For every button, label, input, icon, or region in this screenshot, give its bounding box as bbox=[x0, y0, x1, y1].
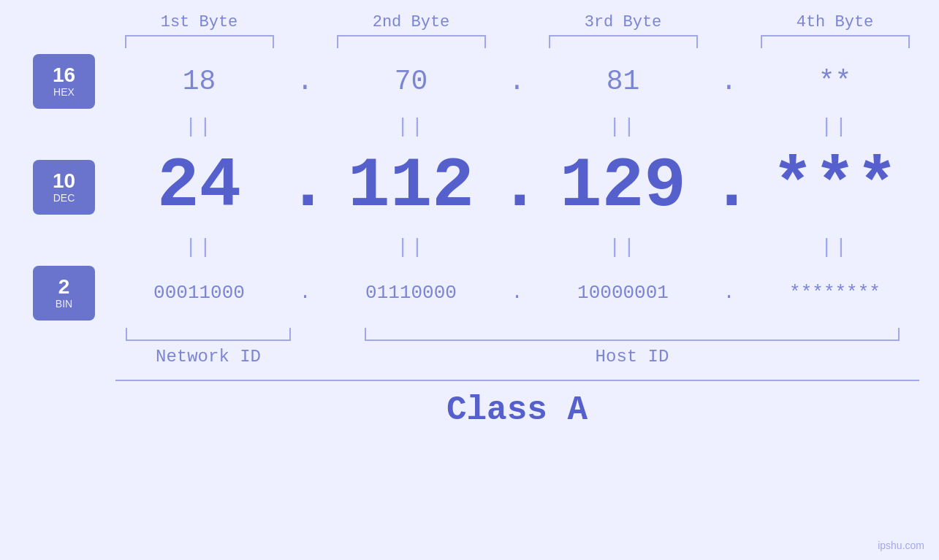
eq1-b1: || bbox=[112, 115, 287, 138]
byte1-header: 1st Byte bbox=[112, 13, 287, 31]
hex-d1: . bbox=[287, 66, 324, 97]
host-id-label: Host ID bbox=[342, 347, 923, 367]
dec-b3: 129 bbox=[536, 152, 711, 222]
dec-d2: . bbox=[499, 152, 536, 222]
hex-b2: 70 bbox=[324, 66, 499, 97]
byte3-header: 3rd Byte bbox=[536, 13, 711, 31]
bin-d1: . bbox=[287, 282, 324, 304]
top-bracket-1 bbox=[112, 35, 287, 48]
network-id-label: Network ID bbox=[112, 347, 305, 367]
hex-badge: 16 HEX bbox=[33, 54, 95, 109]
bottom-brackets-row bbox=[17, 328, 923, 341]
top-bracket-4 bbox=[748, 35, 923, 48]
dot-spacer-top-2 bbox=[499, 35, 536, 48]
dot-spacer-top-1 bbox=[287, 35, 324, 48]
main-container: 1st Byte 2nd Byte 3rd Byte 4th Byte bbox=[0, 0, 939, 560]
hex-b1: 18 bbox=[112, 66, 287, 97]
dec-badge: 10 DEC bbox=[33, 160, 95, 215]
top-bracket-2 bbox=[324, 35, 499, 48]
hex-d2: . bbox=[499, 66, 536, 97]
eq2-b1: || bbox=[112, 236, 287, 258]
dec-b2: 112 bbox=[324, 152, 499, 222]
dot-spacer-top-3 bbox=[711, 35, 748, 48]
bin-b2: 01110000 bbox=[324, 282, 499, 304]
dec-b4: *** bbox=[748, 152, 923, 222]
bin-d2: . bbox=[499, 282, 536, 304]
dec-b1: 24 bbox=[112, 152, 287, 222]
top-bracket-3 bbox=[536, 35, 711, 48]
bin-b4: ******** bbox=[748, 282, 923, 304]
bottom-labels-row: Network ID Host ID bbox=[17, 347, 923, 367]
badges-column: 16 HEX 10 DEC 2 BIN bbox=[17, 52, 112, 322]
bin-row: 00011000 . 01110000 . 10000001 . *******… bbox=[112, 264, 923, 322]
eq1-b2: || bbox=[324, 115, 499, 138]
dot-spacer-2 bbox=[499, 13, 536, 31]
watermark: ipshu.com bbox=[878, 540, 924, 551]
byte2-header: 2nd Byte bbox=[324, 13, 499, 31]
eq2-b2: || bbox=[324, 236, 499, 258]
bin-badge: 2 BIN bbox=[33, 266, 95, 321]
eq1-b4: || bbox=[748, 115, 923, 138]
dot-spacer-1 bbox=[287, 13, 324, 31]
class-label: Class A bbox=[446, 391, 588, 429]
dec-d3: . bbox=[711, 152, 748, 222]
bin-d3: . bbox=[711, 282, 748, 304]
class-bracket-line bbox=[115, 380, 919, 381]
hex-d3: . bbox=[711, 66, 748, 97]
class-section: Class A bbox=[115, 380, 919, 429]
dot-spacer-3 bbox=[711, 13, 748, 31]
equals-row-2: || || || || bbox=[112, 231, 923, 264]
equals-row-1: || || || || bbox=[112, 110, 923, 143]
hex-b3: 81 bbox=[536, 66, 711, 97]
eq2-b4: || bbox=[748, 236, 923, 258]
dec-d1: . bbox=[287, 152, 324, 222]
bottom-bracket-host bbox=[342, 328, 923, 341]
dec-row: 24 . 112 . 129 . *** bbox=[112, 143, 923, 231]
bin-b1: 00011000 bbox=[112, 282, 287, 304]
byte4-header: 4th Byte bbox=[748, 13, 923, 31]
bin-b3: 10000001 bbox=[536, 282, 711, 304]
hex-b4: ** bbox=[748, 66, 923, 97]
bottom-bracket-net bbox=[112, 328, 305, 341]
hex-row: 18 . 70 . 81 . ** bbox=[112, 52, 923, 110]
eq2-b3: || bbox=[536, 236, 711, 258]
eq1-b3: || bbox=[536, 115, 711, 138]
